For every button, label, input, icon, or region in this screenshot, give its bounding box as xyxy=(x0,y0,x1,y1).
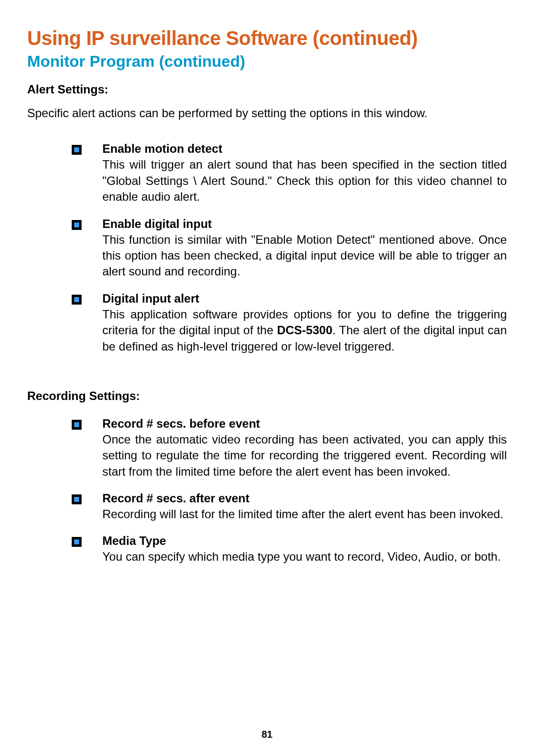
page-subtitle: Monitor Program (continued) xyxy=(27,52,507,71)
bullet-title: Record # secs. after event xyxy=(102,491,507,505)
alert-settings-heading: Alert Settings: xyxy=(27,83,507,96)
bullet-icon xyxy=(72,494,82,504)
page-number: 81 xyxy=(0,729,534,740)
svg-rect-7 xyxy=(74,422,79,427)
page-title: Using IP surveillance Software (continue… xyxy=(27,27,507,49)
bullet-title: Digital input alert xyxy=(102,292,507,306)
bullet-body: This application software provides optio… xyxy=(102,307,507,355)
bullet-digital-input: Enable digital input This function is si… xyxy=(27,217,507,280)
bullet-media-type: Media Type You can specify which media t… xyxy=(27,534,507,565)
bullet-icon xyxy=(72,537,82,547)
bullet-icon xyxy=(72,420,82,430)
bullet-body: You can specify which media type you wan… xyxy=(102,549,507,565)
svg-rect-9 xyxy=(74,497,79,502)
svg-rect-5 xyxy=(74,297,79,302)
model-name: DCS-5300 xyxy=(277,323,332,337)
bullet-body: Recording will last for the limited time… xyxy=(102,506,507,522)
alert-settings-intro: Specific alert actions can be performed … xyxy=(27,105,507,121)
bullet-motion-detect: Enable motion detect This will trigger a… xyxy=(27,142,507,205)
svg-rect-11 xyxy=(74,539,79,544)
bullet-title: Enable motion detect xyxy=(102,142,507,156)
bullet-icon xyxy=(72,295,82,305)
recording-settings-heading: Recording Settings: xyxy=(27,389,507,403)
bullet-body: This function is similar with "Enable Mo… xyxy=(102,232,507,280)
bullet-icon xyxy=(72,220,82,230)
bullet-title: Enable digital input xyxy=(102,217,507,231)
svg-rect-3 xyxy=(74,222,79,227)
bullet-record-after: Record # secs. after event Recording wil… xyxy=(27,491,507,522)
svg-rect-1 xyxy=(74,147,79,152)
bullet-body: Once the automatic video recording has b… xyxy=(102,432,507,480)
bullet-digital-alert: Digital input alert This application sof… xyxy=(27,292,507,355)
bullet-record-before: Record # secs. before event Once the aut… xyxy=(27,417,507,480)
bullet-title: Record # secs. before event xyxy=(102,417,507,431)
bullet-body: This will trigger an alert sound that ha… xyxy=(102,157,507,205)
bullet-title: Media Type xyxy=(102,534,507,548)
bullet-icon xyxy=(72,145,82,155)
